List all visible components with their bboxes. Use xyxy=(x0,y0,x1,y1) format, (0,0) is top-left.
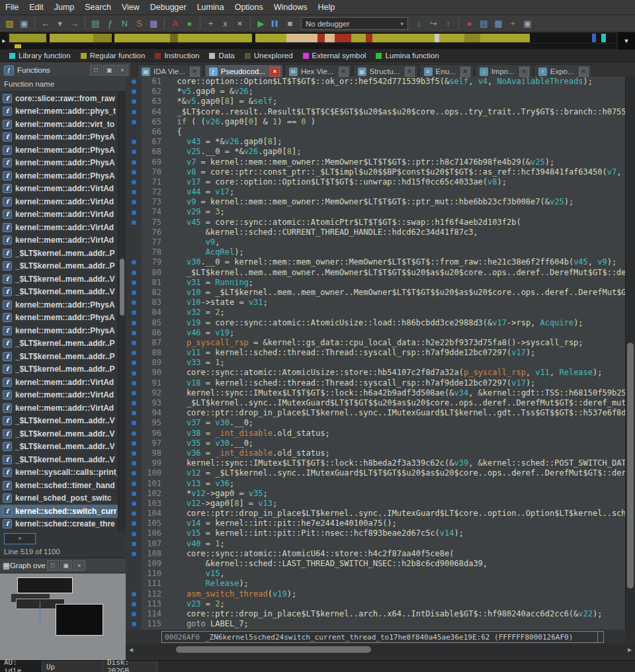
code-line[interactable]: 109 &kernel::sched::LAST_THREAD_SWITCH_N… xyxy=(126,559,626,569)
tab-close-icon[interactable]: × xyxy=(460,67,470,77)
function-list-item[interactable]: fkernel::mem::addr::phys_t xyxy=(0,105,126,118)
code-line[interactable]: 113 v23 = 2; xyxy=(126,599,626,609)
function-list-item[interactable]: f_$LT$kernel..mem..addr..V xyxy=(0,441,126,454)
code-line[interactable]: 104 core::ptr::drop_in_place$LT$kernel..… xyxy=(126,509,626,519)
tab-ida-vie[interactable]: ▤IDA Vie...× xyxy=(137,64,203,78)
function-list-item[interactable]: f_$LT$kernel..mem..addr..V xyxy=(0,273,126,286)
start-process-icon[interactable]: ▶ xyxy=(254,17,268,30)
menu-view[interactable]: View xyxy=(116,0,145,15)
menu-edit[interactable]: Edit xyxy=(24,0,49,15)
nav-band-segment[interactable] xyxy=(351,34,366,42)
graph-maximize-button[interactable]: ▣ xyxy=(60,560,72,571)
code-line[interactable]: 62 *v5.gap0 = &v26; xyxy=(126,87,626,97)
trace-del-icon[interactable]: x xyxy=(218,17,232,30)
breakpoint-dot[interactable] xyxy=(126,378,142,388)
nav-band-segment[interactable] xyxy=(286,34,318,42)
breakpoint-dot[interactable] xyxy=(126,539,142,549)
code-line[interactable]: 85 v19 = core::sync::atomic::AtomicUsize… xyxy=(126,318,626,328)
breakpoint-dot[interactable] xyxy=(126,177,142,187)
function-list-item[interactable]: fkernel::mem::addr::PhysA xyxy=(0,144,126,157)
nav-band-segment[interactable] xyxy=(601,34,606,42)
band-scroll-left-button[interactable]: ▶ xyxy=(0,32,8,50)
menu-lumina[interactable]: Lumina xyxy=(192,0,230,15)
breakpoint-dot[interactable] xyxy=(126,458,142,468)
nav-back-history-icon[interactable]: ▾ xyxy=(53,17,67,30)
pseudocode-vertical-scrollbar[interactable] xyxy=(625,77,635,630)
functions-restore-button[interactable]: □ xyxy=(90,65,102,75)
tab-expo[interactable]: ↑Expo...× xyxy=(534,64,592,78)
function-list-item[interactable]: fkernel::mem::addr::virt_to xyxy=(0,118,126,131)
navigation-band[interactable] xyxy=(9,33,616,43)
breakpoint-dot[interactable] xyxy=(126,338,142,348)
code-line[interactable]: 64 _$LT$core..result..Result$LT$T$C$E$GT… xyxy=(126,107,626,117)
function-list-item[interactable]: f_$LT$kernel..mem..addr..V xyxy=(0,415,126,428)
lumina-icon[interactable]: ● xyxy=(183,17,196,30)
code-line[interactable]: 80 _$LT$kernel..mem..mem_owner..MemOwner… xyxy=(126,268,626,278)
function-list-item[interactable]: fkernel::mem::addr::VirtAd xyxy=(0,195,126,208)
function-list-item[interactable]: fkernel::mem::addr::VirtAd xyxy=(0,208,126,222)
navigation-band-secondary[interactable] xyxy=(9,44,616,49)
run-until-icon[interactable]: ↑ xyxy=(441,17,455,30)
breakpoint-dot[interactable] xyxy=(126,448,142,458)
code-line[interactable]: 107 v40 = 1; xyxy=(126,539,626,549)
breakpoint-dot[interactable] xyxy=(126,418,142,428)
breakpoint-dot[interactable] xyxy=(126,368,142,378)
menu-windows[interactable]: Windows xyxy=(269,0,313,15)
code-line[interactable]: 101 v13 = v36; xyxy=(126,479,626,489)
hscroll-right-icon[interactable]: ▶ xyxy=(624,647,635,653)
pause-process-icon[interactable]: ▌▌ xyxy=(269,17,282,30)
function-list-item[interactable]: fkernel::mem::addr::VirtAd xyxy=(0,183,126,196)
code-line[interactable]: 74 v29 = 3; xyxy=(126,207,626,217)
address-box[interactable]: 00026AF0 _ZN6kernel5sched24switch_curren… xyxy=(161,631,598,643)
breakpoint-dot[interactable] xyxy=(126,197,142,207)
cancel-icon[interactable]: × xyxy=(233,17,247,30)
breakpoint-dot[interactable] xyxy=(126,328,142,338)
nav-band-segment[interactable] xyxy=(325,34,335,42)
code-line[interactable]: 81 v31 = Running; xyxy=(126,278,626,288)
breakpoint-dot[interactable] xyxy=(126,589,142,599)
code-line[interactable]: 65 if ( (v26.gap0[0] & 1) == 0 ) xyxy=(126,117,626,127)
breakpoint-dot[interactable] xyxy=(126,107,142,117)
modules-icon[interactable]: ▦ xyxy=(491,17,505,30)
function-list-icon[interactable]: ƒ xyxy=(103,17,117,30)
code-line[interactable]: 61 core::option::Option$LT$T$GT$::ok_or:… xyxy=(126,77,626,87)
menu-debugger[interactable]: Debugger xyxy=(145,0,192,15)
add-icon[interactable]: + xyxy=(506,17,520,30)
breakpoint-dot[interactable] xyxy=(126,87,142,97)
breakpoint-dot[interactable] xyxy=(126,619,142,629)
breakpoint-dot[interactable] xyxy=(126,97,142,106)
code-line[interactable]: 92 kernel::sync::IMutex$LT$T$GT$::lock::… xyxy=(126,388,626,398)
code-line[interactable]: 84 v32 = 2; xyxy=(126,308,626,317)
function-list-item[interactable]: fkernel::mem::addr::PhysA xyxy=(0,312,126,325)
breakpoint-dot[interactable] xyxy=(126,439,142,448)
breakpoint-dot[interactable] xyxy=(126,609,142,619)
breakpoint-dot[interactable] xyxy=(126,278,142,288)
names-window-icon[interactable]: N xyxy=(118,17,132,30)
function-list-item[interactable]: fkernel::mem::addr::PhysA xyxy=(0,324,126,337)
function-list-item[interactable]: fkernel::mem::addr::VirtAd xyxy=(0,389,126,402)
code-line[interactable]: 87 p_syscall_rsp = &kernel::gs_data::cpu… xyxy=(126,338,626,348)
code-line[interactable]: 110 v15, xyxy=(126,569,626,579)
tab-pseudocod[interactable]: ƒPseudocod...× xyxy=(204,64,283,78)
stop-process-icon[interactable]: ■ xyxy=(283,17,297,30)
breakpoint-dot[interactable] xyxy=(126,318,142,328)
function-list-item[interactable]: fkernel::mem::addr::PhysA xyxy=(0,298,126,312)
code-line[interactable]: 114 core::ptr::drop_in_place$LT$kernel..… xyxy=(126,609,626,619)
code-line[interactable]: 63 *&v5.gap0[8] = &self; xyxy=(126,97,626,106)
step-over-icon[interactable]: ↪ xyxy=(427,17,441,30)
code-line[interactable]: 71 v17 = core::option::Option$LT$T$GT$::… xyxy=(126,177,626,187)
nav-back-icon[interactable]: ← xyxy=(38,17,52,30)
horizontal-scroll-thumb[interactable] xyxy=(176,646,371,653)
code-line[interactable]: 97 v35 = v30.__0; xyxy=(126,439,626,448)
menu-jump[interactable]: Jump xyxy=(49,0,80,15)
function-list-item[interactable]: f_$LT$kernel..mem..addr..V xyxy=(0,427,126,441)
breakpoint-dot[interactable] xyxy=(126,207,142,217)
function-list-item[interactable]: f_$LT$kernel..mem..addr..P xyxy=(0,260,126,273)
graph-overview-canvas[interactable] xyxy=(0,573,126,660)
gutter-space[interactable] xyxy=(126,569,142,579)
cpu-icon[interactable]: ▣ xyxy=(521,17,534,30)
function-list-item[interactable]: fkernel::mem::addr::PhysA xyxy=(0,157,126,170)
code-line[interactable]: 82 v10 = _$LT$kernel..mem..mem_owner..Me… xyxy=(126,288,626,298)
breakpoint-dot[interactable] xyxy=(126,308,142,317)
breakpoint-dot[interactable] xyxy=(126,147,142,157)
